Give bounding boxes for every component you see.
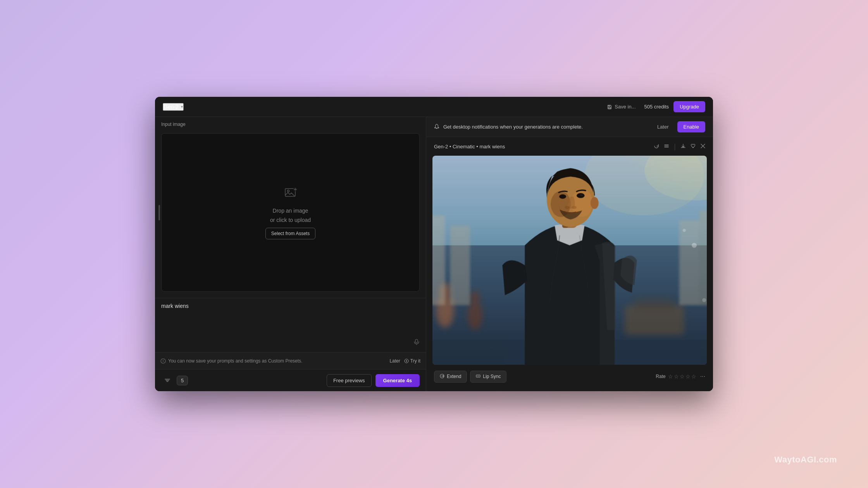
credits-badge: 505 credits — [644, 104, 669, 110]
try-icon — [404, 359, 409, 363]
chevron-down-icon: ▾ — [181, 105, 183, 109]
banner-text: Get desktop notifications when your gene… — [434, 124, 583, 130]
lip-sync-label: Lip Sync — [483, 374, 501, 379]
left-panel: Input image Drop an image — [155, 117, 426, 391]
image-upload-area[interactable]: Drop an image or click to upload Select … — [161, 133, 420, 292]
banner-enable-button[interactable]: Enable — [677, 121, 705, 132]
bottom-toolbar: 5 Free previews Generate 4s — [155, 369, 426, 391]
lip-sync-icon — [476, 374, 480, 380]
notification-actions: Later Try it — [389, 358, 420, 364]
star-2[interactable]: ☆ — [674, 373, 679, 380]
list-button[interactable] — [664, 143, 669, 150]
svg-point-11 — [163, 359, 163, 359]
star-rating[interactable]: ☆ ☆ ☆ ☆ ☆ — [668, 373, 696, 380]
upload-image-icon — [284, 186, 298, 203]
video-container[interactable] — [432, 156, 707, 365]
svg-point-13 — [406, 360, 407, 361]
top-bar-left: Gen-2 ▾ — [163, 103, 184, 111]
save-button[interactable]: Save in... — [603, 101, 639, 112]
separator: | — [674, 143, 676, 150]
app-title-dropdown[interactable]: Gen-2 ▾ — [163, 103, 184, 111]
banner-actions: Later Enable — [653, 121, 705, 132]
prompt-section: mark wiens — [155, 298, 426, 352]
svg-rect-1 — [609, 105, 610, 106]
upload-sub-text: or click to upload — [270, 217, 311, 223]
video-header: Gen-2 • Cinematic • mark wiens — [432, 137, 707, 156]
save-icon — [607, 104, 612, 110]
info-icon — [160, 358, 166, 364]
scroll-handle — [158, 205, 160, 220]
watermark: WaytoAGI.com — [774, 455, 837, 465]
lip-sync-button[interactable]: Lip Sync — [470, 371, 506, 383]
toolbar-right: Free previews Generate 4s — [327, 374, 420, 387]
star-5[interactable]: ☆ — [691, 373, 696, 380]
svg-point-49 — [692, 243, 697, 248]
close-video-button[interactable] — [701, 143, 705, 149]
settings-button[interactable] — [161, 374, 174, 387]
svg-point-3 — [287, 190, 289, 192]
more-options-button[interactable]: ··· — [700, 373, 705, 380]
rate-label: Rate — [656, 374, 665, 379]
video-title: Gen-2 • Cinematic • mark wiens — [434, 144, 505, 149]
generate-button[interactable]: Generate 4s — [375, 374, 420, 387]
select-assets-button[interactable]: Select from Assets — [265, 228, 315, 239]
app-window: Gen-2 ▾ Save in... 505 credits Upgrade I… — [155, 97, 713, 391]
notification-text: You can now save your prompts and settin… — [160, 358, 302, 364]
top-bar-right: Save in... 505 credits Upgrade — [603, 101, 705, 112]
refresh-button[interactable] — [654, 143, 659, 150]
right-panel: Get desktop notifications when your gene… — [426, 117, 713, 391]
svg-rect-7 — [415, 339, 418, 343]
video-actions-right: Rate ☆ ☆ ☆ ☆ ☆ ··· — [656, 373, 705, 380]
star-4[interactable]: ☆ — [685, 373, 691, 380]
extend-label: Extend — [447, 374, 461, 379]
star-3[interactable]: ☆ — [680, 373, 685, 380]
extend-button[interactable]: Extend — [434, 371, 467, 383]
svg-point-50 — [702, 298, 706, 302]
notification-later-button[interactable]: Later — [389, 358, 400, 364]
input-image-label: Input image — [155, 117, 426, 130]
desktop-notification-banner: Get desktop notifications when your gene… — [426, 117, 713, 137]
generation-count-badge[interactable]: 5 — [177, 376, 188, 385]
prompt-textarea[interactable]: mark wiens — [161, 303, 420, 347]
video-footer: Extend Lip Sync — [432, 365, 707, 385]
image-section: Input image Drop an image — [155, 117, 426, 298]
extend-icon — [440, 374, 444, 380]
rate-section: Rate ☆ ☆ ☆ ☆ ☆ — [656, 373, 696, 380]
download-button[interactable] — [680, 143, 686, 150]
video-section: Gen-2 • Cinematic • mark wiens — [426, 137, 713, 391]
free-previews-button[interactable]: Free previews — [327, 374, 372, 387]
video-frame — [432, 156, 707, 365]
upgrade-button[interactable]: Upgrade — [673, 101, 705, 112]
save-label: Save in... — [615, 104, 636, 110]
video-header-icons: | — [654, 143, 705, 150]
upload-main-text: Drop an image — [273, 208, 308, 214]
try-it-button[interactable]: Try it — [404, 358, 420, 364]
top-bar: Gen-2 ▾ Save in... 505 credits Upgrade — [155, 97, 713, 117]
bell-icon — [434, 124, 439, 130]
main-content: Input image Drop an image — [155, 117, 713, 391]
svg-rect-0 — [609, 107, 611, 108]
svg-point-51 — [683, 229, 686, 232]
app-title-label: Gen-2 — [164, 104, 179, 110]
heart-button[interactable] — [691, 143, 696, 150]
toolbar-left: 5 — [161, 374, 188, 387]
star-1[interactable]: ☆ — [668, 373, 673, 380]
prompt-notification-bar: You can now save your prompts and settin… — [155, 352, 426, 369]
video-actions-left: Extend Lip Sync — [434, 371, 506, 383]
banner-later-button[interactable]: Later — [653, 121, 673, 132]
mic-icon[interactable] — [413, 339, 420, 347]
